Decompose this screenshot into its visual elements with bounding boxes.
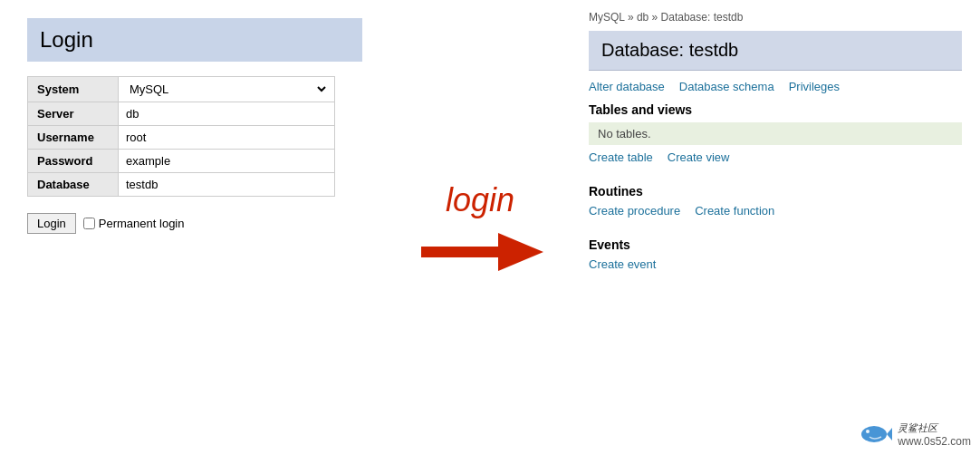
routines-section: Routines Create procedure Create functio…: [589, 184, 962, 228]
permanent-login-checkbox[interactable]: [83, 218, 95, 229]
system-label: System: [28, 77, 119, 102]
database-field[interactable]: [119, 173, 334, 196]
arrow-container: [417, 228, 543, 274]
username-field[interactable]: [119, 126, 334, 149]
permanent-login-label[interactable]: Permanent login: [83, 217, 185, 230]
login-actions: Login Permanent login: [27, 213, 362, 234]
database-schema-link[interactable]: Database schema: [679, 80, 774, 93]
routines-section-links: Create procedure Create function: [589, 204, 962, 218]
svg-marker-3: [887, 428, 892, 440]
system-select[interactable]: MySQL PostgreSQL SQLite: [124, 81, 329, 98]
database-row: Database: [28, 173, 334, 196]
permanent-login-text: Permanent login: [99, 217, 185, 230]
username-row: Username: [28, 126, 334, 150]
login-title-bar: Login: [27, 18, 362, 62]
events-section: Events Create event: [589, 237, 962, 282]
no-tables-message: No tables.: [589, 122, 962, 145]
routines-section-title: Routines: [589, 184, 962, 198]
svg-point-2: [861, 426, 887, 442]
login-title: Login: [40, 27, 93, 52]
server-label: Server: [28, 102, 119, 125]
create-function-link[interactable]: Create function: [695, 204, 774, 218]
username-label: Username: [28, 126, 119, 149]
server-field[interactable]: [119, 102, 334, 125]
server-input[interactable]: [124, 106, 329, 121]
server-row: Server: [28, 102, 334, 126]
svg-rect-0: [421, 247, 503, 257]
privileges-link[interactable]: Privileges: [789, 80, 840, 93]
watermark-logo-icon: [856, 421, 892, 448]
breadcrumb: MySQL » db » Database: testdb: [589, 11, 962, 24]
tables-section-title: Tables and views: [589, 102, 962, 117]
db-header: Database: testdb: [589, 31, 962, 71]
password-input[interactable]: [124, 153, 329, 169]
svg-marker-1: [498, 233, 543, 271]
middle-panel: login: [389, 0, 571, 455]
database-input[interactable]: [124, 177, 329, 192]
watermark: 灵鲨社区 www.0s52.com: [856, 421, 971, 448]
system-field[interactable]: MySQL PostgreSQL SQLite: [119, 77, 334, 102]
right-panel: MySQL » db » Database: testdb Database: …: [571, 0, 980, 455]
system-row: System MySQL PostgreSQL SQLite: [28, 77, 334, 102]
login-arrow-text: login: [446, 181, 514, 219]
login-form: System MySQL PostgreSQL SQLite Server Us…: [27, 76, 335, 197]
login-button[interactable]: Login: [27, 213, 76, 234]
create-event-link[interactable]: Create event: [589, 257, 656, 271]
db-actions: Alter database Database schema Privilege…: [589, 80, 962, 93]
create-table-link[interactable]: Create table: [589, 150, 653, 164]
arrow-icon: [417, 228, 543, 274]
db-title: Database: testdb: [601, 40, 738, 60]
password-row: Password: [28, 150, 334, 173]
alter-database-link[interactable]: Alter database: [589, 80, 665, 93]
tables-section-links: Create table Create view: [589, 150, 962, 164]
password-field[interactable]: [119, 150, 334, 172]
left-panel: Login System MySQL PostgreSQL SQLite Ser…: [0, 0, 389, 455]
username-input[interactable]: [124, 130, 329, 145]
svg-point-4: [866, 430, 870, 433]
watermark-url: www.0s52.com: [898, 435, 971, 448]
events-section-links: Create event: [589, 257, 962, 271]
database-label: Database: [28, 173, 119, 196]
create-view-link[interactable]: Create view: [668, 150, 730, 164]
create-procedure-link[interactable]: Create procedure: [589, 204, 680, 218]
tables-section: Tables and views No tables. Create table…: [589, 102, 962, 175]
events-section-title: Events: [589, 237, 962, 252]
password-label: Password: [28, 150, 119, 172]
